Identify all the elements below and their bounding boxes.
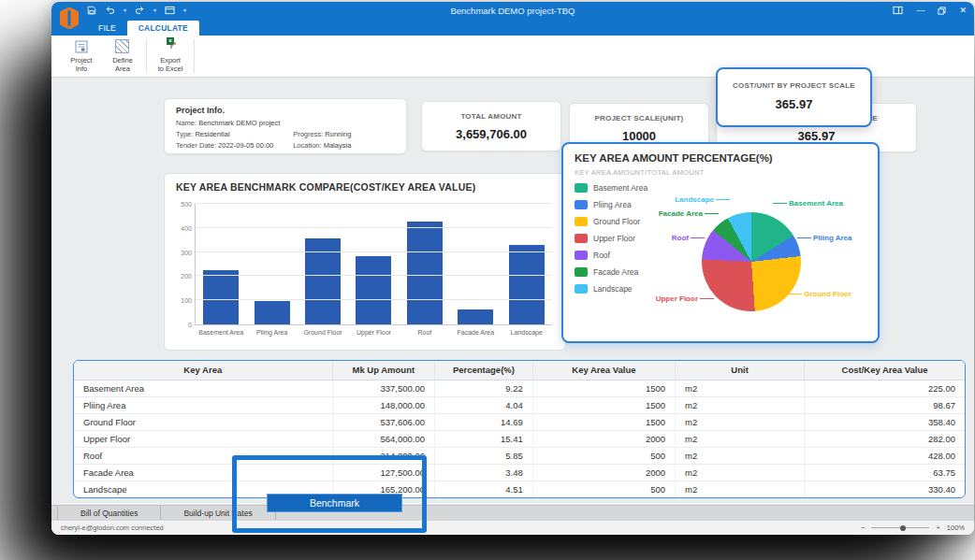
table-cell: 15.41 — [435, 430, 533, 447]
legend-label: Ground Floor — [593, 217, 640, 226]
undo-icon[interactable] — [105, 6, 115, 15]
table-cell: Upper Floor — [74, 430, 332, 447]
bar-chart-plot-area: Basement AreaPliing AreaGround FloorUppe… — [195, 204, 552, 325]
pie-chart-subtitle: KEY AREA AMOUNT/TOTAL AMOUNT — [575, 168, 705, 177]
zoom-level: 100% — [947, 524, 965, 532]
legend-label: Upper Floor — [593, 234, 635, 243]
legend-swatch-icon — [575, 284, 588, 294]
sheet-tab-bar: Bill of Quantities Build-up Unit Rates — [51, 505, 974, 520]
pie-callout-landscape: Landscape — [675, 195, 730, 204]
legend-label: Roof — [593, 251, 610, 260]
bar-pliing-area — [255, 301, 290, 324]
project-tender-date: Tender Date: 2022-09-05 00:00 — [176, 141, 293, 150]
legend-swatch-icon — [575, 200, 588, 209]
tab-bill-of-quantities[interactable]: Bill of Quantities — [57, 506, 161, 520]
zoom-slider-knob[interactable] — [900, 525, 906, 531]
table-cell: Basement Area — [74, 380, 332, 396]
close-button[interactable]: ✕ — [959, 7, 967, 15]
tab-calculate[interactable]: CALCULATE — [127, 21, 199, 36]
redo-dropdown-icon[interactable]: ▾ — [153, 7, 156, 13]
table-cell: 358.40 — [805, 413, 965, 430]
status-bar: cheryl-e@glodon.com connected − + 100% — [51, 520, 974, 535]
export-label-line2: to Excel — [158, 65, 183, 73]
column-header[interactable]: Unit — [676, 361, 805, 380]
undo-dropdown-icon[interactable]: ▾ — [124, 7, 126, 13]
project-progress: Progress: Running — [293, 130, 395, 138]
table-cell: m2 — [676, 413, 805, 430]
legend-swatch-icon — [575, 183, 588, 193]
workspace-icon[interactable] — [165, 6, 175, 15]
bar-gridline — [196, 203, 552, 204]
legend-label: Basement Area — [593, 183, 648, 193]
bar-facade-area — [458, 309, 493, 324]
cost-unit-popup: COST/UNIT BY PROJECT SCALE 365.97 — [716, 67, 872, 127]
column-header[interactable]: Mk Up Amount — [332, 361, 434, 380]
pie-chart-title: KEY AREA AMOUNT PERCENTAGE(%) — [575, 152, 773, 164]
table-cell: 428.00 — [805, 447, 965, 464]
project-info-button[interactable]: ProjectInfo — [61, 36, 102, 77]
bar-gridline — [196, 251, 552, 252]
legend-item-facade-area[interactable]: Facade Area — [575, 267, 648, 277]
glodon-logo-icon — [58, 5, 80, 32]
redo-icon[interactable] — [135, 6, 145, 15]
table-cell: m2 — [676, 447, 805, 464]
legend-item-landscape[interactable]: Landscape — [575, 284, 648, 294]
title-bar: ▾ ▾ ▾ Benchmark DEMO project-TBQ — ✕ — [51, 2, 974, 19]
bar-x-label: Roof — [417, 329, 431, 336]
benchmark-spotlight: Benchmark — [232, 455, 427, 533]
table-cell: 4.51 — [435, 481, 533, 497]
main-content: Project Info. Name: Benchmark DEMO proje… — [51, 78, 974, 505]
bar-gridline — [196, 227, 552, 228]
table-cell: m2 — [676, 430, 805, 447]
pie-callout-facade-area: Facade Area — [659, 209, 719, 218]
bar-y-tick-label: 500 — [181, 201, 192, 208]
export-to-excel-button[interactable]: x↗ Exportto Excel — [150, 36, 191, 77]
legend-label: Landscape — [593, 284, 633, 294]
bar-x-label: Upper Floor — [357, 329, 391, 336]
tab-file[interactable]: FILE — [87, 21, 127, 36]
column-header[interactable]: Key Area Value — [532, 361, 675, 380]
bar-y-tick-label: 100 — [181, 297, 192, 304]
table-cell: m2 — [676, 464, 805, 481]
benchmark-button[interactable]: Benchmark — [267, 494, 402, 512]
save-icon[interactable] — [87, 6, 96, 15]
column-header[interactable]: Key Area — [74, 361, 332, 380]
layout-switch-icon[interactable] — [893, 2, 903, 19]
table-row[interactable]: Upper Floor564,000.0015.412000m2282.00 — [74, 430, 965, 447]
table-row[interactable]: Landscape165,200.004.51500m2330.40 — [74, 481, 965, 497]
bar-gridline — [196, 275, 552, 276]
define-area-button[interactable]: DefineArea — [102, 36, 143, 77]
legend-item-upper-floor[interactable]: Upper Floor — [575, 234, 648, 243]
table-cell: 3.48 — [435, 464, 533, 481]
table-row[interactable]: Basement Area337,500.009.221500m2225.00 — [74, 380, 965, 396]
restore-button[interactable] — [938, 2, 946, 19]
column-header[interactable]: Percentage(%) — [435, 361, 533, 380]
project-scale-label: PROJECT SCALE(UNIT) — [570, 114, 708, 122]
table-cell: 537,606.00 — [332, 413, 434, 430]
zoom-out-button[interactable]: − — [861, 524, 865, 532]
table-cell: 564,000.00 — [332, 430, 434, 447]
table-row[interactable]: Facade Area127,500.003.482000m263.75 — [74, 464, 965, 481]
table-row[interactable]: Roof214,000.005.85500m2428.00 — [74, 447, 965, 464]
project-info-icon — [74, 39, 89, 54]
column-header[interactable]: Cost/Key Area Value — [805, 361, 965, 380]
key-area-table: Key AreaMk Up AmountPercentage(%)Key Are… — [73, 360, 966, 498]
define-area-icon — [115, 39, 130, 54]
total-amount-label: TOTAL AMOUNT — [422, 112, 560, 121]
project-info-title: Project Info. — [176, 106, 395, 115]
quick-access-dropdown-icon[interactable]: ▾ — [183, 7, 186, 13]
table-row[interactable]: Pliing Area148,000.004.041500m298.67 — [74, 396, 965, 413]
total-amount-card: TOTAL AMOUNT 3,659,706.00 — [421, 101, 561, 151]
legend-item-pliing-area[interactable]: Pliing Area — [575, 200, 648, 209]
legend-item-roof[interactable]: Roof — [575, 251, 648, 260]
zoom-slider[interactable] — [871, 527, 929, 528]
legend-item-basement-area[interactable]: Basement Area — [575, 183, 648, 193]
legend-item-ground-floor[interactable]: Ground Floor — [575, 217, 648, 226]
minimize-button[interactable]: — — [916, 7, 924, 15]
zoom-in-button[interactable]: + — [936, 524, 939, 532]
project-name: Name: Benchmark DEMO project — [176, 119, 395, 127]
table-row[interactable]: Ground Floor537,606.0014.691500m2358.40 — [74, 413, 965, 430]
bar-slot: Facade Area — [450, 204, 501, 324]
table-cell: 225.00 — [805, 380, 965, 396]
bar-y-tick-label: 400 — [181, 225, 192, 232]
